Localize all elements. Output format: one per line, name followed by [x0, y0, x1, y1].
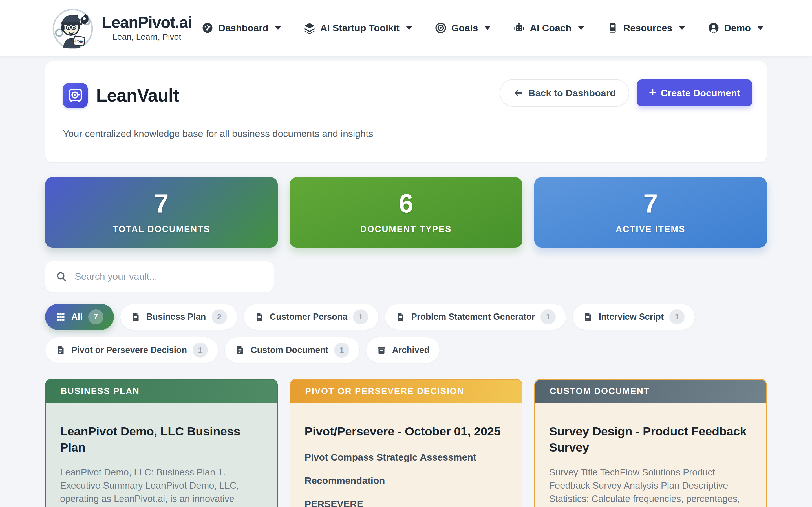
filter-all[interactable]: All 7 [45, 304, 114, 330]
archive-icon [376, 345, 387, 355]
stat-value: 6 [399, 190, 413, 216]
filter-business-plan[interactable]: Business Plan 2 [120, 304, 238, 330]
page-subtitle: Your centralized knowledge base for all … [63, 128, 373, 139]
search-input[interactable] [74, 271, 264, 282]
brand-logo[interactable]: LEAN LeanPivot.ai Lean, Learn, Pivot [49, 4, 192, 52]
document-icon [395, 312, 405, 322]
filter-pills: All 7 Business Plan 2 Customer Persona 1 [45, 304, 767, 363]
chevron-down-icon [679, 26, 685, 30]
vault-icon [63, 83, 88, 108]
document-icon [235, 345, 245, 355]
filter-archived[interactable]: Archived [366, 337, 440, 363]
filter-problem-statement-generator[interactable]: Problem Statement Generator 1 [385, 304, 566, 330]
filter-count-badge: 1 [353, 309, 368, 325]
nav-item-toolkit[interactable]: AI Startup Toolkit [304, 22, 412, 34]
document-cards-grid: BUSINESS PLAN LeanPivot Demo, LLC Busine… [45, 379, 767, 507]
chevron-down-icon [275, 26, 281, 30]
summary-line: Recommendation [305, 475, 507, 486]
plus-icon: + [649, 86, 656, 99]
nav-label-resources: Resources [623, 22, 672, 34]
filter-count-badge: 2 [212, 309, 227, 325]
document-description: LeanPivot Demo, LLC: Business Plan 1. Ex… [60, 466, 263, 507]
summary-line: Pivot Compass Strategic Assessment [305, 452, 507, 463]
document-card-business-plan: BUSINESS PLAN LeanPivot Demo, LLC Busine… [45, 379, 278, 507]
stat-value: 7 [154, 190, 168, 216]
filter-count-badge: 7 [88, 309, 103, 325]
top-nav: LEAN LeanPivot.ai Lean, Learn, Pivot Das… [0, 0, 812, 56]
nav-item-resources[interactable]: Resources [607, 22, 685, 34]
nav-label-dashboard: Dashboard [218, 22, 268, 34]
document-title: LeanPivot Demo, LLC Business Plan [60, 424, 263, 455]
document-summary-lines: Pivot Compass Strategic Assessment Recom… [305, 452, 507, 507]
brand-name: LeanPivot.ai [102, 14, 192, 31]
document-title: Survey Design - Product Feedback Survey [549, 424, 752, 455]
document-icon [583, 312, 593, 322]
nav-item-user[interactable]: Demo [708, 22, 763, 34]
search-bar[interactable] [45, 261, 274, 292]
card-type-header: PIVOT OR PERSEVERE DECISION [290, 380, 521, 403]
document-description: Survey Title TechFlow Solutions Product … [549, 466, 752, 507]
stat-value: 7 [644, 190, 658, 216]
page-header-card: LeanVault Your centralized knowledge bas… [45, 61, 767, 163]
card-type-header: CUSTOM DOCUMENT [535, 380, 766, 403]
gauge-icon [202, 22, 213, 34]
filter-interview-script[interactable]: Interview Script 1 [572, 304, 695, 330]
nav-label-ai-coach: AI Coach [530, 22, 571, 34]
back-arrow-icon [513, 88, 523, 98]
chevron-down-icon [578, 26, 584, 30]
grid-icon [56, 312, 66, 322]
summary-line: PERSEVERE [305, 499, 507, 507]
page-title: LeanVault [96, 85, 179, 106]
document-card-survey-design: CUSTOM DOCUMENT Survey Design - Product … [534, 379, 767, 507]
document-card-pivot-persevere: PIVOT OR PERSEVERE DECISION Pivot/Persev… [290, 379, 522, 507]
create-document-button[interactable]: + Create Document [637, 79, 752, 107]
stat-card-document-types: 6 DOCUMENT TYPES [290, 177, 522, 247]
nav-item-goals[interactable]: Goals [435, 22, 491, 34]
filter-customer-persona[interactable]: Customer Persona 1 [244, 304, 379, 330]
stat-card-active-items: 7 ACTIVE ITEMS [534, 177, 767, 247]
nav-item-dashboard[interactable]: Dashboard [202, 22, 281, 34]
book-icon [607, 22, 619, 34]
filter-count-badge: 1 [334, 342, 349, 358]
document-icon [131, 312, 141, 322]
filter-count-badge: 1 [541, 309, 556, 325]
chevron-down-icon [485, 26, 491, 30]
stat-label: ACTIVE ITEMS [616, 224, 686, 234]
card-type-header: BUSINESS PLAN [46, 380, 277, 403]
nav-menu: Dashboard AI Startup Toolkit Goals [202, 22, 763, 34]
filter-pivot-or-persevere[interactable]: Pivot or Persevere Decision 1 [45, 337, 218, 363]
robot-icon [513, 22, 525, 34]
filter-count-badge: 1 [193, 342, 208, 358]
stat-card-total-documents: 7 TOTAL DOCUMENTS [45, 177, 278, 247]
chevron-down-icon [757, 26, 763, 30]
main-content: LeanVault Your centralized knowledge bas… [45, 56, 767, 507]
document-title: Pivot/Persevere - October 01, 2025 [305, 424, 507, 439]
back-to-dashboard-button[interactable]: Back to Dashboard [500, 79, 629, 107]
stat-label: DOCUMENT TYPES [360, 224, 452, 234]
page-header-actions: Back to Dashboard + Create Document [500, 79, 752, 107]
nav-label-toolkit: AI Startup Toolkit [320, 22, 400, 34]
chevron-down-icon [406, 26, 412, 30]
brand-mascot-icon: LEAN [49, 4, 97, 52]
stats-row: 7 TOTAL DOCUMENTS 6 DOCUMENT TYPES 7 ACT… [45, 177, 767, 247]
layers-icon [304, 22, 315, 34]
search-icon [56, 271, 67, 283]
nav-label-user: Demo [724, 22, 751, 34]
user-icon [708, 22, 719, 34]
page-header-left: LeanVault Your centralized knowledge bas… [63, 73, 373, 149]
target-icon [435, 22, 447, 34]
document-icon [56, 345, 66, 355]
nav-item-ai-coach[interactable]: AI Coach [513, 22, 584, 34]
stat-label: TOTAL DOCUMENTS [113, 224, 210, 234]
document-icon [254, 312, 264, 322]
filter-custom-document[interactable]: Custom Document 1 [224, 337, 360, 363]
nav-label-goals: Goals [451, 22, 478, 34]
brand-tagline: Lean, Learn, Pivot [112, 32, 181, 42]
filter-count-badge: 1 [669, 309, 684, 325]
